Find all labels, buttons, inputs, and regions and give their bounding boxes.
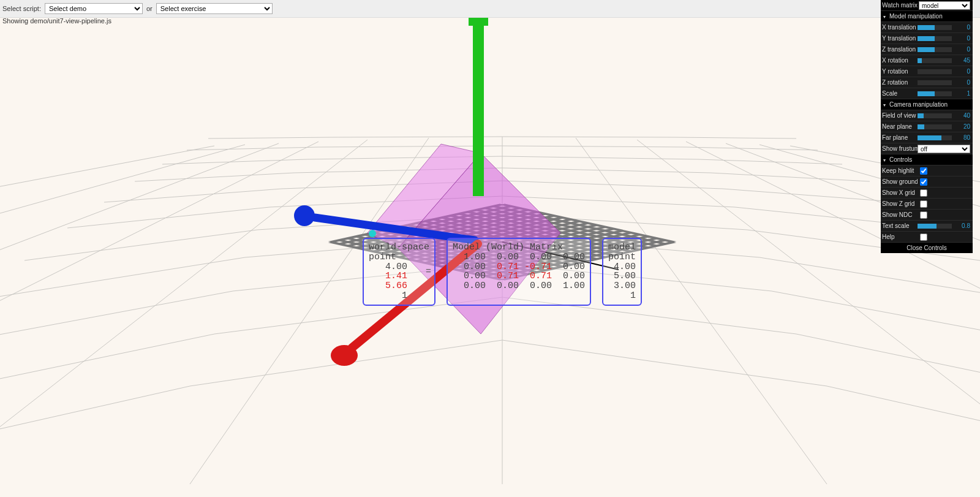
slider-value[interactable]: 0 <box>954 46 970 53</box>
slider-y-translation[interactable]: Y translation 0 <box>881 33 973 44</box>
slider-z-rotation[interactable]: Z rotation 0 <box>881 77 973 88</box>
check-input[interactable] <box>920 167 927 175</box>
check-show-x-grid[interactable]: Show X grid <box>881 188 973 199</box>
slider-label: Z rotation <box>882 79 918 86</box>
check-label: Help <box>882 233 918 240</box>
slider-value[interactable]: 80 <box>954 134 970 141</box>
equals-sign: = <box>426 267 431 277</box>
slider-label: Near plane <box>882 123 918 130</box>
slider-far-plane[interactable]: Far plane 80 <box>881 132 973 143</box>
watch-matrix-select[interactable]: model <box>919 1 970 10</box>
show-frustum-label: Show frustum <box>882 145 918 152</box>
model-world-matrix-panel: Model (World) Matrix 1.00 0.00 0.00 0.00… <box>447 238 591 306</box>
slider-label: Y translation <box>882 35 918 42</box>
slider-value[interactable]: 0 <box>954 68 970 75</box>
check-label: Show ground <box>882 178 918 185</box>
select-script-label: Select script: <box>2 5 41 12</box>
slider-label: X rotation <box>882 57 918 64</box>
slider-value[interactable]: 45 <box>954 57 970 64</box>
select-exercise-dropdown[interactable]: Select exercise <box>156 3 273 14</box>
slider-track[interactable] <box>918 113 952 118</box>
check-show-ground[interactable]: Show ground <box>881 176 973 188</box>
slider-x-translation[interactable]: X translation 0 <box>881 22 973 33</box>
slider-label: Far plane <box>882 134 918 141</box>
slider-z-translation[interactable]: Z translation 0 <box>881 44 973 55</box>
slider-field-of-view[interactable]: Field of view 40 <box>881 110 973 121</box>
status-line: Showing demo/unit7-view-pipeline.js <box>2 17 111 25</box>
slider-track[interactable] <box>918 224 952 229</box>
slider-value[interactable]: 0 <box>954 35 970 42</box>
slider-near-plane[interactable]: Near plane 20 <box>881 121 973 132</box>
check-label: Show X grid <box>882 189 918 196</box>
svg-point-62 <box>331 345 358 366</box>
svg-line-4 <box>0 143 279 343</box>
slider-track[interactable] <box>918 25 952 30</box>
svg-rect-57 <box>473 21 484 196</box>
check-show-z-grid[interactable]: Show Z grid <box>881 199 973 210</box>
matrix-overlay: world-space point 4.00 1.41 5.66 1 Model… <box>363 238 642 306</box>
check-help[interactable]: Help <box>881 232 973 243</box>
svg-point-60 <box>294 205 315 226</box>
slider-label: Scale <box>882 90 918 97</box>
slider-value[interactable]: 0 <box>954 79 970 86</box>
slider-label: Text scale <box>882 222 918 229</box>
model-point-panel: model point 4.00 5.00 3.00 1 <box>602 238 642 306</box>
slider-track[interactable] <box>918 135 952 140</box>
svg-line-3 <box>0 142 318 429</box>
slider-scale[interactable]: Scale 1 <box>881 88 973 99</box>
check-input[interactable] <box>920 178 927 186</box>
highlight-point <box>369 230 376 237</box>
check-label: Keep highlit <box>882 167 918 174</box>
watch-matrix-label: Watch matrix <box>882 2 919 9</box>
check-input[interactable] <box>920 189 927 197</box>
slider-value[interactable]: 0.8 <box>954 222 970 229</box>
check-input[interactable] <box>920 233 927 241</box>
slider-track[interactable] <box>918 124 952 129</box>
close-controls-button[interactable]: Close Controls <box>881 243 973 253</box>
world-space-point-panel: world-space point 4.00 1.41 5.66 1 <box>363 238 435 306</box>
slider-label: X translation <box>882 24 918 31</box>
svg-line-2 <box>0 140 368 484</box>
show-frustum-row[interactable]: Show frustum off <box>881 143 973 154</box>
svg-line-6 <box>0 146 214 233</box>
select-demo-dropdown[interactable]: Select demo <box>45 3 143 14</box>
slider-label: Field of view <box>882 112 918 119</box>
slider-y-rotation[interactable]: Y rotation 0 <box>881 66 973 77</box>
check-keep-highlit[interactable]: Keep highlit <box>881 165 973 176</box>
or-label: or <box>146 5 153 12</box>
slider-text-scale[interactable]: Text scale 0.8 <box>881 221 973 232</box>
slider-track[interactable] <box>918 47 952 52</box>
check-input[interactable] <box>920 200 927 208</box>
check-label: Show Z grid <box>882 200 918 207</box>
slider-track[interactable] <box>918 80 952 85</box>
check-input[interactable] <box>920 211 927 219</box>
slider-value[interactable]: 1 <box>954 90 970 97</box>
slider-x-rotation[interactable]: X rotation 45 <box>881 55 973 66</box>
slider-track[interactable] <box>918 69 952 74</box>
watch-matrix-row[interactable]: Watch matrix model <box>881 0 973 11</box>
top-bar: Select script: Select demo or Select exe… <box>0 0 980 18</box>
slider-label: Z translation <box>882 46 918 53</box>
folder-controls[interactable]: Controls <box>881 154 973 165</box>
slider-track[interactable] <box>918 58 952 63</box>
slider-value[interactable]: 0 <box>954 24 970 31</box>
check-label: Show NDC <box>882 211 918 218</box>
slider-value[interactable]: 20 <box>954 123 970 130</box>
folder-camera-manipulation[interactable]: Camera manipulation <box>881 99 973 110</box>
check-show-ndc[interactable]: Show NDC <box>881 210 973 221</box>
svg-rect-58 <box>469 17 488 26</box>
slider-track[interactable] <box>918 91 952 96</box>
show-frustum-select[interactable]: off <box>918 145 970 153</box>
slider-track[interactable] <box>918 36 952 41</box>
control-panel: Watch matrix model Model manipulation X … <box>881 0 973 253</box>
slider-label: Y rotation <box>882 68 918 75</box>
slider-value[interactable]: 40 <box>954 112 970 119</box>
folder-model-manipulation[interactable]: Model manipulation <box>881 11 973 22</box>
